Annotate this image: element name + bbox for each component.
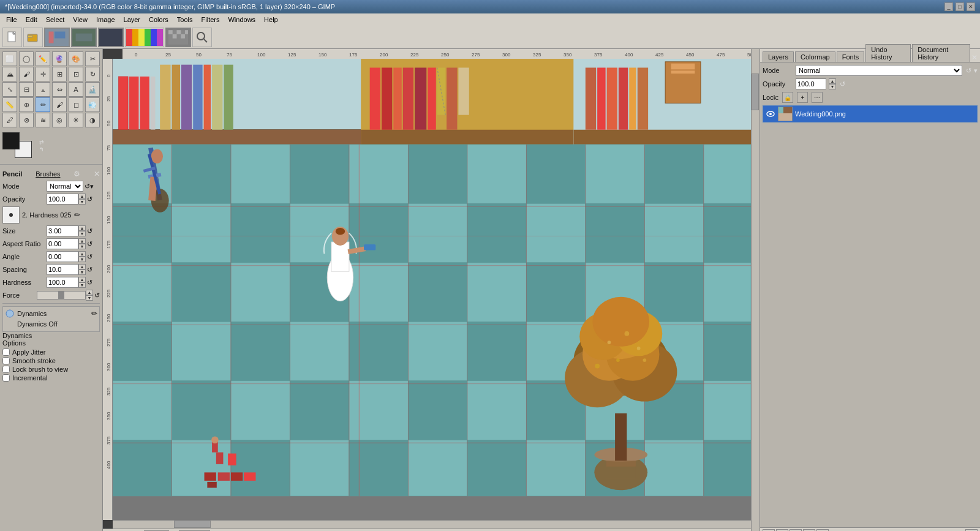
reset-colors-icon[interactable]: ↰ bbox=[39, 146, 44, 153]
layers-mode-reset[interactable]: ↺ bbox=[966, 67, 971, 75]
mode-extra-icon[interactable]: ▾ bbox=[90, 183, 94, 190]
tool-options-settings-icon[interactable]: ⚙ bbox=[74, 170, 80, 178]
duplicate-layer-button[interactable]: ⊞ bbox=[803, 529, 815, 532]
lock-pixels-icon[interactable]: 🔒 bbox=[782, 92, 793, 103]
image-thumb-3[interactable] bbox=[98, 28, 124, 47]
tool-crop[interactable]: ⊡ bbox=[69, 67, 83, 81]
tool-pencil[interactable]: ✏ bbox=[36, 97, 50, 112]
menu-layer[interactable]: Layer bbox=[120, 15, 145, 24]
tool-text[interactable]: A bbox=[69, 82, 83, 97]
minimize-button[interactable]: _ bbox=[944, 2, 953, 11]
layers-opacity-up[interactable]: ▲ bbox=[829, 78, 836, 84]
lock-add-icon[interactable]: + bbox=[797, 92, 808, 103]
hardness-reset-icon[interactable]: ↺ bbox=[87, 279, 92, 287]
tool-blur-sharpen[interactable]: ◎ bbox=[52, 113, 67, 127]
vertical-scrollbar[interactable] bbox=[751, 49, 760, 531]
size-up[interactable]: ▲ bbox=[78, 225, 86, 231]
open-file-button[interactable] bbox=[23, 28, 43, 47]
dynamics-edit-icon[interactable]: ✏ bbox=[91, 309, 97, 318]
spacing-up[interactable]: ▲ bbox=[78, 264, 86, 269]
hardness-down[interactable]: ▼ bbox=[78, 282, 86, 288]
opacity-up[interactable]: ▲ bbox=[78, 194, 86, 199]
canvas-drawing-area[interactable] bbox=[113, 59, 751, 520]
tool-dodge-burn[interactable]: ☀ bbox=[69, 113, 83, 127]
tab-document-history[interactable]: Document History bbox=[912, 44, 970, 62]
tool-options-brushes-link[interactable]: Brushes bbox=[36, 170, 60, 178]
layers-opacity-down[interactable]: ▼ bbox=[829, 84, 836, 89]
layers-mode-select[interactable]: Normal Multiply bbox=[796, 65, 962, 76]
angle-down[interactable]: ▼ bbox=[78, 257, 86, 262]
tool-clone[interactable]: ⊗ bbox=[19, 113, 34, 127]
mode-select[interactable]: Normal Multiply Screen bbox=[47, 181, 83, 192]
force-reset-icon[interactable]: ↺ bbox=[94, 292, 100, 299]
zoom-fit-button[interactable] bbox=[192, 28, 212, 47]
raise-layer-button[interactable]: ⬆ bbox=[776, 529, 788, 532]
horizontal-scrollbar[interactable] bbox=[113, 520, 751, 529]
aspect-down[interactable]: ▼ bbox=[78, 244, 86, 249]
spacing-reset-icon[interactable]: ↺ bbox=[87, 266, 92, 274]
tool-smudge[interactable]: ≋ bbox=[36, 113, 50, 127]
aspect-ratio-input[interactable] bbox=[47, 238, 78, 249]
size-input[interactable] bbox=[47, 225, 78, 236]
tool-fuzzy-select[interactable]: 🔮 bbox=[52, 51, 67, 66]
angle-spinner[interactable]: ▲ ▼ bbox=[78, 251, 86, 262]
tool-shear[interactable]: ⊟ bbox=[19, 82, 34, 97]
force-spinner[interactable]: ▲ ▼ bbox=[86, 290, 93, 301]
spacing-input[interactable] bbox=[47, 264, 78, 275]
hardness-input[interactable] bbox=[47, 277, 78, 288]
spacing-spinner[interactable]: ▲ ▼ bbox=[78, 264, 86, 275]
menu-select[interactable]: Select bbox=[42, 15, 69, 24]
tool-desaturate[interactable]: ◑ bbox=[85, 113, 100, 127]
lock-extra-icon[interactable]: ⋯ bbox=[812, 92, 823, 103]
size-reset-icon[interactable]: ↺ bbox=[87, 227, 92, 235]
panel-close-icon[interactable]: ✕ bbox=[971, 53, 978, 62]
spacing-down[interactable]: ▼ bbox=[78, 269, 86, 275]
tool-rotate[interactable]: ↻ bbox=[85, 67, 100, 81]
tool-heal[interactable]: ⊕ bbox=[19, 97, 34, 112]
tab-fonts[interactable]: Fonts bbox=[837, 51, 865, 62]
tool-eraser[interactable]: ◻ bbox=[69, 97, 83, 112]
opacity-input[interactable] bbox=[47, 194, 78, 205]
aspect-spinner[interactable]: ▲ ▼ bbox=[78, 238, 86, 249]
angle-input[interactable] bbox=[47, 251, 78, 262]
force-down[interactable]: ▼ bbox=[86, 295, 93, 301]
layers-opacity-reset[interactable]: ↺ bbox=[840, 80, 845, 88]
brush-edit-icon[interactable]: ✏ bbox=[74, 211, 80, 219]
image-thumb-1[interactable] bbox=[44, 28, 70, 47]
tool-ellipse-select[interactable]: ◯ bbox=[19, 51, 34, 66]
layer-visibility-icon[interactable] bbox=[766, 109, 775, 119]
angle-reset-icon[interactable]: ↺ bbox=[87, 253, 92, 261]
menu-colors[interactable]: Colors bbox=[145, 15, 172, 24]
tab-layers[interactable]: Layers bbox=[763, 51, 794, 62]
hardness-spinner[interactable]: ▲ ▼ bbox=[78, 277, 86, 288]
tool-ink[interactable]: 🖊 bbox=[2, 113, 17, 127]
tool-move[interactable]: ✛ bbox=[36, 67, 50, 81]
aspect-reset-icon[interactable]: ↺ bbox=[87, 240, 92, 248]
layer-item[interactable]: Wedding000.png bbox=[763, 105, 978, 122]
mode-reset-icon[interactable]: ↺ bbox=[85, 183, 90, 190]
menu-tools[interactable]: Tools bbox=[173, 15, 197, 24]
menu-file[interactable]: File bbox=[2, 15, 21, 24]
layers-opacity-spinner[interactable]: ▲ ▼ bbox=[829, 78, 836, 89]
opacity-spinner[interactable]: ▲ ▼ bbox=[78, 194, 86, 205]
pattern-button[interactable] bbox=[165, 28, 191, 47]
incremental-checkbox[interactable] bbox=[2, 374, 10, 382]
tool-measure[interactable]: 📏 bbox=[2, 97, 17, 112]
tool-scissors[interactable]: ✂ bbox=[85, 51, 100, 66]
force-up[interactable]: ▲ bbox=[86, 290, 93, 295]
lock-brush-checkbox[interactable] bbox=[2, 366, 10, 373]
aspect-up[interactable]: ▲ bbox=[78, 238, 86, 244]
maximize-button[interactable]: □ bbox=[956, 2, 964, 11]
tool-rect-select[interactable]: ⬜ bbox=[2, 51, 17, 66]
tool-scale[interactable]: ⤡ bbox=[2, 82, 17, 97]
force-slider[interactable] bbox=[37, 291, 86, 299]
tab-colormap[interactable]: Colormap bbox=[795, 51, 835, 62]
apply-jitter-checkbox[interactable] bbox=[2, 348, 10, 356]
tool-airbrush[interactable]: 💨 bbox=[85, 97, 100, 112]
titlebar-controls[interactable]: _ □ ✕ bbox=[944, 2, 975, 11]
menu-filters[interactable]: Filters bbox=[198, 15, 224, 24]
menu-edit[interactable]: Edit bbox=[22, 15, 41, 24]
tool-options-close-icon[interactable]: ✕ bbox=[94, 170, 100, 178]
opacity-down[interactable]: ▼ bbox=[78, 199, 86, 205]
lower-layer-button[interactable]: ⬇ bbox=[790, 529, 802, 532]
